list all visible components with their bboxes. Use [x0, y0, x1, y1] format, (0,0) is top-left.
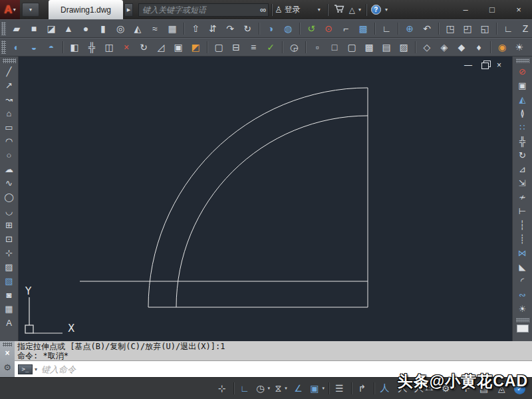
sweep-icon[interactable]: ↷ [222, 21, 238, 37]
interfere-icon[interactable]: ◑ [263, 21, 279, 37]
cylinder-icon[interactable]: ▮ [95, 21, 111, 37]
autodesk-360-icon[interactable]: △ [349, 5, 355, 15]
break-at-point-icon[interactable]: ┆ [515, 218, 531, 232]
ortho-mode-icon[interactable]: ∟ ▾ [237, 380, 253, 397]
pyramid-icon[interactable]: ◭ [130, 21, 146, 37]
point-icon[interactable]: ⊹ [1, 246, 17, 260]
vs-shaded-icon[interactable]: ▨ [396, 39, 412, 55]
tab-overflow-button[interactable]: ▶ [124, 3, 133, 17]
ucs-view-icon[interactable]: ◱ [477, 21, 493, 37]
close-drawing-icon[interactable]: × [497, 61, 501, 69]
circle-icon[interactable]: ○ [1, 148, 17, 162]
selection-cycling-icon[interactable]: ↱ ▾ [354, 380, 371, 397]
extrude-faces-icon[interactable]: ◧ [66, 39, 82, 55]
exchange-cart-icon[interactable] [334, 4, 344, 16]
vs-hidden-icon[interactable]: ▢ [344, 39, 360, 55]
table-icon[interactable]: ▦ [1, 302, 17, 316]
spline-icon[interactable]: ∿ [1, 176, 17, 190]
close-window-button[interactable]: × [505, 3, 532, 17]
region-icon[interactable]: ◙ [1, 288, 17, 302]
vs-2d-wireframe-icon[interactable]: ▫ [309, 39, 325, 55]
make-block-icon[interactable]: ⊡ [1, 232, 17, 246]
copy-faces-icon[interactable]: ▣ [170, 39, 186, 55]
line-icon[interactable]: ╱ [1, 65, 17, 78]
section-plane-icon[interactable]: ◶ [286, 39, 302, 55]
shell-icon[interactable]: ▢ [211, 39, 227, 55]
ucs-icon[interactable]: ∟ [378, 21, 394, 37]
command-settings-wrench-icon[interactable]: ⚙ [3, 362, 11, 372]
trim-icon[interactable]: ≁ [515, 190, 531, 204]
separate-icon[interactable]: ⊟ [228, 39, 244, 55]
copy-icon[interactable]: ▣ [515, 78, 531, 92]
ucs-previous-icon[interactable]: ↶ [419, 21, 435, 37]
erase-icon[interactable]: ⊘ [515, 65, 531, 78]
cone-icon[interactable]: ▲ [61, 21, 76, 37]
minimize-drawing-icon[interactable]: — [464, 61, 472, 69]
break-icon[interactable]: ┊ [515, 232, 531, 246]
subtract-icon[interactable]: ◒ [26, 39, 42, 55]
ellipse-icon[interactable]: ◯ [1, 190, 17, 204]
ucs-object-icon[interactable]: ◰ [460, 21, 475, 37]
drawing-canvas[interactable]: — × Y X [19, 57, 512, 341]
toolbar-grip-handle[interactable] [516, 59, 529, 63]
minimize-window-button[interactable]: – [452, 3, 479, 17]
rectangle-icon[interactable]: ▭ [1, 120, 17, 134]
ucs-origin-icon[interactable]: ∟ [500, 21, 516, 37]
object-snap-icon[interactable]: ▣ ▾ [309, 380, 326, 397]
offset-faces-icon[interactable]: ◫ [101, 39, 117, 55]
construction-line-icon[interactable]: ↗ [1, 78, 17, 92]
free-orbit-icon[interactable]: ⊙ [321, 21, 336, 37]
viewcube-icon[interactable]: ▩ [355, 21, 371, 37]
gradient-icon[interactable]: ▧ [1, 274, 17, 288]
multiline-text-icon[interactable]: A [1, 316, 17, 330]
extend-icon[interactable]: ⊢ [515, 204, 531, 218]
command-history[interactable]: 指定拉伸点或 [基点(B)/复制(C)/放弃(U)/退出(X)]:1 命令: *… [15, 341, 532, 361]
explode-icon[interactable]: ☀ [515, 302, 531, 316]
check-icon[interactable]: ✓ [263, 39, 279, 55]
helix-icon[interactable]: ≈ [147, 21, 163, 37]
toolbar-grip-handle[interactable] [1, 22, 6, 35]
array-icon[interactable]: ∷ [515, 120, 531, 134]
search-input[interactable] [139, 4, 257, 16]
arc-icon[interactable]: ◠ [1, 134, 17, 148]
ucs-world-icon[interactable]: ⊕ [402, 21, 418, 37]
intersect-icon[interactable]: ◓ [43, 39, 59, 55]
move-icon[interactable]: ╬ [515, 134, 531, 148]
rotate-icon[interactable]: ↻ [515, 148, 531, 162]
hatch-icon[interactable]: ▨ [1, 260, 17, 274]
help-icon[interactable]: ? [371, 5, 381, 15]
polygon-icon[interactable]: ⌂ [1, 106, 17, 120]
drawing-tab[interactable]: Drawing1.dwg [49, 0, 123, 19]
section-icon[interactable]: ◍ [280, 21, 296, 37]
vs-realistic-icon[interactable]: ▩ [361, 39, 377, 55]
vs-wireframe-icon[interactable]: □ [327, 39, 342, 55]
extrude-icon[interactable]: ⇧ [188, 21, 203, 37]
isometric-drafting-icon[interactable]: ⧖ ▾ [273, 380, 289, 397]
render-preset-low-icon[interactable]: ◈ [436, 39, 452, 55]
outer-arc-entity[interactable] [148, 88, 368, 307]
box-icon[interactable]: ■ [26, 21, 42, 37]
polar-tracking-icon[interactable]: ◷ ▾ [255, 380, 271, 397]
insert-block-icon[interactable]: ⊞ [1, 218, 17, 232]
sign-in-button[interactable]: ♙ 登录 ▾ [275, 4, 325, 15]
offset-icon[interactable]: ≬ [515, 106, 531, 120]
color-faces-icon[interactable]: ◩ [188, 39, 203, 55]
osnap-tracking-icon[interactable]: ∠ ▾ [291, 380, 307, 397]
render-preset-medium-icon[interactable]: ◆ [454, 39, 469, 55]
union-icon[interactable]: ◐ [9, 39, 25, 55]
inner-arc-entity[interactable] [176, 116, 368, 307]
snap-mode-icon[interactable]: ⊹ ▾ [214, 380, 231, 397]
render-icon[interactable]: ☀ [511, 39, 527, 55]
sphere-icon[interactable]: ● [78, 21, 94, 37]
restore-drawing-icon[interactable] [481, 63, 487, 68]
torus-icon[interactable]: ◎ [112, 21, 128, 37]
constrained-orbit-icon[interactable]: ↺ [303, 21, 319, 37]
polysolid-icon[interactable]: ▰ [9, 21, 25, 37]
command-prompt-icon[interactable]: >_ [18, 364, 33, 374]
planar-surface-icon[interactable]: ▦ [164, 21, 180, 37]
toolbar-grip-handle[interactable] [3, 59, 16, 63]
fillet-icon[interactable]: ◜ [515, 274, 531, 288]
toolbar-grip-handle[interactable] [1, 41, 6, 54]
vs-conceptual-icon[interactable]: ▤ [378, 39, 394, 55]
delete-faces-icon[interactable]: × [118, 39, 134, 55]
